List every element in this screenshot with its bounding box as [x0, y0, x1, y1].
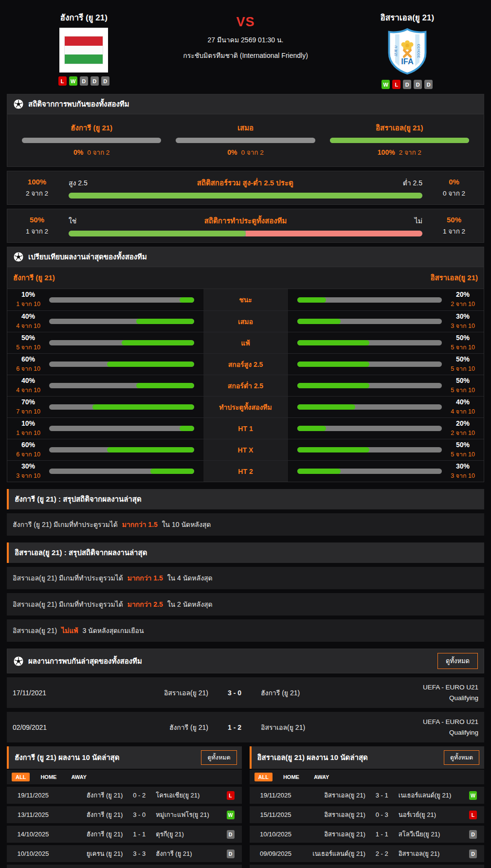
compare-left-bar — [49, 297, 194, 303]
match-away-team: ฮังการี (ยู 21) — [152, 849, 223, 859]
recent-match-row[interactable]: 10/10/2025อิสราเอล(ยู 21)1 - 1สโลวีเนีย(… — [250, 826, 485, 843]
compare-left-bar-fill — [180, 297, 194, 303]
h2h-column-stats: 0%0 จาก 2 — [22, 147, 161, 158]
summary-away-rows: อิสราเอล(ยู 21) มีเกมที่ทำประตูรวมได้ มา… — [7, 567, 484, 642]
compare-left-bar — [49, 340, 194, 345]
stat-right-pct: 50% — [427, 216, 481, 224]
compare-left-cell: 10%1 จาก 10 — [7, 418, 203, 439]
compare-right-bar — [297, 340, 442, 345]
compare-right-stats: 50%5 จาก 10 — [448, 441, 478, 459]
stat-right-side: 50%1 จาก 2 — [427, 216, 481, 236]
form-badge-d: D — [91, 76, 99, 86]
match-home-team: เนเธอร์แลนด์(ยู 21) — [298, 849, 369, 859]
compare-left-cell: 10%1 จาก 10 — [7, 289, 203, 310]
match-away-team: ฮังการี (ยู 21) — [254, 687, 388, 698]
compare-left-bar-fill — [136, 383, 194, 388]
tab-home[interactable]: HOME — [279, 773, 303, 781]
result-badge-l: L — [227, 791, 235, 800]
recent-match-row[interactable]: 13/11/2025ฮังการี (ยู 21)3 - 0หมู่เกาะแฟ… — [7, 806, 242, 823]
recent-home-tabs: ALLHOMEAWAY — [7, 770, 242, 784]
match-home-team: อิสราเอล(ยู 21) — [298, 790, 369, 800]
match-stats-page: ฮังการี (ยู 21) LWDDD VS 27 มีนาคม 2569 … — [0, 0, 491, 868]
result-badge-d: D — [469, 850, 477, 858]
compare-right-bar-fill — [297, 447, 370, 452]
recent-match-row[interactable]: 05/09/2025บอสเนียและเฮอร์เซโกวีนา(ยู 21)… — [250, 865, 485, 868]
compare-right-bar-fill — [297, 340, 370, 345]
compare-left-pct: 30% — [13, 462, 43, 470]
soccer-ball-icon — [13, 252, 24, 262]
compare-left-stats: 70%7 จาก 10 — [13, 398, 43, 416]
tab-all[interactable]: ALL — [255, 773, 273, 781]
stat-bar-green — [69, 231, 246, 236]
tab-away[interactable]: AWAY — [310, 773, 333, 781]
match-date: 14/10/2025 — [11, 831, 55, 838]
match-score: 3 - 1 — [369, 792, 395, 799]
match-home-team: ฮังการี (ยู 21) — [55, 810, 127, 820]
svg-text:CCXCCC: CCXCCC — [417, 44, 420, 58]
stat-label-right: ต่ำ 2.5 — [403, 178, 422, 188]
match-score: 1 - 1 — [127, 831, 152, 838]
compare-left-count: 6 จาก 10 — [13, 364, 43, 374]
recent-away-view-all-button[interactable]: ดูทั้งหมด — [444, 750, 479, 765]
match-away-team: นอร์เวย์(ยู 21) — [395, 810, 466, 820]
compare-right-cell: 40%4 จาก 10 — [289, 397, 484, 417]
compare-right-bar-fill — [297, 404, 355, 410]
compare-right-bar — [297, 404, 442, 410]
compare-right-count: 3 จาก 10 — [448, 471, 478, 481]
stat-left-count: 2 จาก 2 — [10, 188, 64, 199]
recent-match-row[interactable]: 14/10/2025ฮังการี (ยู 21)1 - 1ตุรกี(ยู 2… — [7, 826, 242, 843]
compare-left-bar — [49, 319, 194, 324]
vs-label: VS — [236, 15, 255, 30]
stat-left-count: 1 จาก 2 — [10, 226, 64, 236]
h2h-column-bar — [22, 138, 161, 143]
match-home-team: อิสราเอล(ยู 21) — [81, 687, 215, 698]
compare-right-count: 5 จาก 10 — [448, 343, 478, 352]
stat-bar-green — [69, 193, 422, 199]
match-date: 10/10/2025 — [254, 831, 298, 838]
match-home-team: อิสราเอล(ยู 21) — [298, 810, 369, 820]
recent-match-row[interactable]: 19/11/2025อิสราเอล(ยู 21)3 - 1เนเธอร์แลน… — [250, 787, 485, 804]
h2h-view-all-button[interactable]: ดูทั้งหมด — [437, 653, 478, 669]
compare-right-bar-fill — [297, 362, 370, 367]
compare-right-bar-fill — [297, 297, 327, 303]
match-result: W — [223, 811, 238, 819]
soccer-ball-icon — [13, 656, 24, 667]
recent-match-row[interactable]: 15/11/2025อิสราเอล(ยู 21)0 - 3นอร์เวย์(ย… — [250, 806, 485, 823]
h2h-stat-column: ฮังการี (ยู 21)0%0 จาก 2 — [22, 122, 161, 158]
recent-away-header: อิสราเอล(ยู 21) ผลงาน 10 นัดล่าสุด ดูทั้… — [250, 746, 485, 769]
compare-rows: 10%1 จาก 10ชนะ20%2 จาก 1040%4 จาก 10เสมอ… — [7, 289, 484, 482]
compare-right-count: 5 จาก 10 — [448, 364, 478, 374]
compare-right-cell: 50%5 จาก 10 — [289, 332, 484, 353]
match-score: 3 - 0 — [215, 689, 254, 697]
recent-away-panel: อิสราเอล(ยู 21) ผลงาน 10 นัดล่าสุด ดูทั้… — [250, 746, 485, 868]
stat-bar — [69, 193, 422, 199]
stat-right-count: 1 จาก 2 — [427, 226, 481, 236]
tab-all[interactable]: ALL — [12, 773, 30, 781]
recent-home-view-all-button[interactable]: ดูทั้งหมด — [201, 750, 236, 765]
recent-match-row[interactable]: 09/09/2025เนเธอร์แลนด์(ยู 21)2 - 2อิสราเ… — [250, 845, 485, 862]
compare-left-count: 6 จาก 10 — [13, 450, 43, 459]
compare-row-label: HT 2 — [203, 461, 289, 482]
match-result: D — [223, 830, 238, 839]
compare-left-pct: 60% — [13, 355, 43, 363]
form-badge-w: W — [382, 80, 390, 89]
h2h-stat-column: อิสราเอล(ยู 21)100%2 จาก 2 — [330, 122, 469, 158]
tab-away[interactable]: AWAY — [67, 773, 90, 781]
compare-right-cell: 50%5 จาก 10 — [289, 439, 484, 460]
match-home-team: ฮังการี (ยู 21) — [81, 722, 215, 733]
h2h-column-stats: 100%2 จาก 2 — [330, 147, 469, 158]
result-badge-d: D — [227, 830, 235, 839]
tab-home[interactable]: HOME — [36, 773, 60, 781]
h2h-matches-section: ผลงานการพบกันล่าสุดของทั้งสองทีม ดูทั้งห… — [7, 649, 484, 742]
h2h-match-row[interactable]: 02/09/2021ฮังการี (ยู 21)1 - 2อิสราเอล(ย… — [7, 712, 484, 742]
summary-text-post: ใน 4 นัดหลังสุด — [165, 574, 213, 582]
summary-highlight: ไม่แพ้ — [61, 627, 78, 634]
h2h-match-row[interactable]: 17/11/2021อิสราเอล(ยู 21)3 - 0ฮังการี (ย… — [7, 677, 484, 708]
form-badge-d: D — [101, 76, 109, 86]
h2h-matches-title: ผลงานการพบกันล่าสุดของทั้งสองทีม — [28, 655, 142, 667]
recent-match-row[interactable]: 09/09/2025ลิทัวเนีย(ยู 21)1 - 1ฮังการี (… — [7, 865, 242, 868]
match-competition: กระชับมิตรทีมชาติ (International Friendl… — [183, 50, 308, 61]
compare-right-cell: 20%2 จาก 10 — [289, 418, 484, 439]
recent-match-row[interactable]: 10/10/2025ยูเครน (ยู 21)3 - 3ฮังการี (ยู… — [7, 845, 242, 862]
recent-match-row[interactable]: 19/11/2025ฮังการี (ยู 21)0 - 2โครเอเชีย(… — [7, 787, 242, 804]
